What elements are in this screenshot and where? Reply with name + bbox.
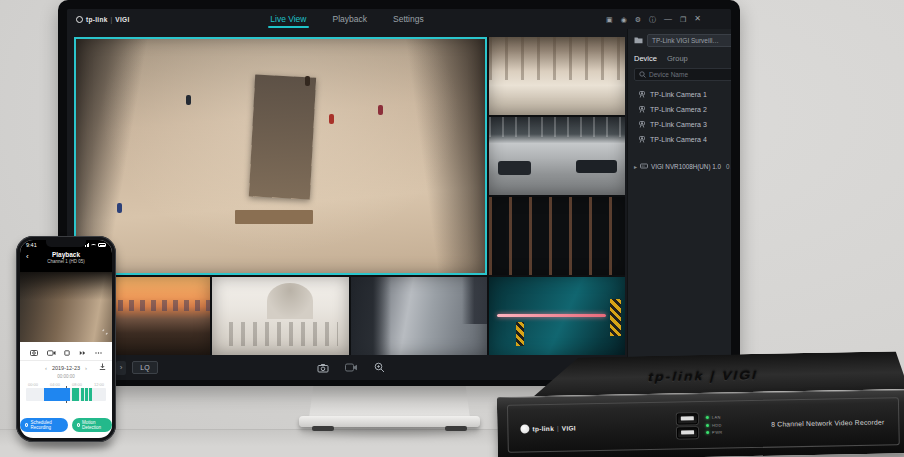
tplink-logo-icon <box>520 424 529 433</box>
playback-header: ‹ Playback Channel 1 (HD 05) <box>20 251 112 264</box>
led-dot <box>706 431 709 434</box>
search-input[interactable] <box>649 71 731 78</box>
feed-decor <box>462 277 487 324</box>
feed-decor <box>305 76 310 86</box>
battery-icon <box>98 243 106 247</box>
list-item-camera-2[interactable]: TP-Link Camera 2 <box>634 102 731 116</box>
expand-panel-button[interactable]: › <box>116 361 126 375</box>
nvr-brand-divider: | <box>557 424 559 431</box>
camera-tile-museum-hall[interactable] <box>489 37 625 115</box>
sidebar-tabs: Device Group ⟳ <box>634 54 731 63</box>
tab-device[interactable]: Device <box>634 54 657 63</box>
playback-title: Playback <box>20 251 112 258</box>
digital-zoom-icon[interactable] <box>374 362 385 373</box>
monitor: tp-link | VIGI Live View Playback Settin… <box>58 0 740 386</box>
status-leds: LAN HDD PWR <box>706 415 723 435</box>
list-item-camera-3[interactable]: TP-Link Camera 3 <box>634 117 731 131</box>
camera-name: TP-Link Camera 1 <box>650 91 707 98</box>
camera-name: TP-Link Camera 3 <box>650 121 707 128</box>
usb-ports <box>677 413 698 438</box>
device-dropdown[interactable]: TP-Link VIGI Surveill… ∨ <box>647 34 731 47</box>
feed-decor <box>235 210 313 224</box>
camera-tile-museum-gallery[interactable] <box>74 37 487 275</box>
feed-decor <box>329 114 334 124</box>
camera-name: TP-Link Camera 2 <box>650 106 707 113</box>
led-label: LAN <box>712 415 721 420</box>
speed-icon[interactable] <box>79 342 86 360</box>
led-power: PWR <box>706 430 723 435</box>
settings-icon[interactable]: ⚙ <box>635 16 641 23</box>
date-label[interactable]: 2019-12-23 <box>52 365 80 371</box>
monitor-stand-base <box>299 416 480 427</box>
led-hdd: HDD <box>706 422 723 427</box>
device-dropdown-value: TP-Link VIGI Surveill… <box>652 37 719 44</box>
tab-live-view[interactable]: Live View <box>268 10 308 28</box>
back-button[interactable]: ‹ <box>26 253 29 261</box>
led-dot <box>706 423 709 426</box>
folder-icon[interactable] <box>634 36 643 45</box>
legend-motion-detection: Motion Detection <box>72 418 112 432</box>
stop-icon[interactable] <box>64 342 70 360</box>
main-tabs: Live View Playback Settings <box>67 9 627 29</box>
quality-button[interactable]: LQ <box>132 361 158 374</box>
search-icon <box>639 71 646 79</box>
restore-button[interactable]: ❐ <box>680 16 686 23</box>
camera-tile-garage-entrance[interactable] <box>489 277 625 355</box>
date-navigator: ‹ 2019-12-23 › <box>20 361 112 374</box>
tab-settings[interactable]: Settings <box>391 10 426 28</box>
nvr-panel-frame: tp-link | VIGI LAN HDD PWR 8 Channel Ne <box>507 397 900 453</box>
snapshot-icon[interactable] <box>317 363 329 373</box>
scene: tp-link | VIGI Live View Playback Settin… <box>0 0 904 457</box>
recording-legend: Scheduled Recording Motion Detection <box>20 418 112 432</box>
info-icon[interactable]: ⓘ <box>649 16 656 23</box>
camera-tile-museum-atrium[interactable] <box>212 277 348 355</box>
feed-decor <box>489 197 625 275</box>
toolbar-center <box>317 362 385 373</box>
minimize-button[interactable]: — <box>664 15 672 23</box>
nvr-model-label: 8 Channel Network Video Recorder <box>771 418 884 427</box>
led-label: HDD <box>712 422 722 427</box>
tab-playback[interactable]: Playback <box>331 10 370 28</box>
list-item-camera-1[interactable]: TP-Link Camera 1 <box>634 87 731 101</box>
timeline-segment-motion <box>72 388 78 401</box>
feed-decor <box>576 160 617 173</box>
camera-icon <box>638 121 646 128</box>
window-controls: ▣ ◉ ⚙ ⓘ — ❐ ✕ <box>606 9 701 29</box>
playback-video[interactable] <box>20 272 112 342</box>
usb-port <box>677 427 698 438</box>
prev-day-button[interactable]: ‹ <box>45 365 47 371</box>
camera-tile-city-street[interactable] <box>351 277 487 355</box>
feed-decor <box>249 75 317 200</box>
usb-port <box>677 413 698 424</box>
next-day-button[interactable]: › <box>85 365 87 371</box>
snapshot-icon[interactable] <box>30 342 38 360</box>
app-content: › LQ <box>67 29 731 380</box>
timeline-segment-motion <box>89 388 92 401</box>
camera-tile-parking-garage[interactable] <box>489 197 625 275</box>
list-item-camera-4[interactable]: TP-Link Camera 4 <box>634 132 731 146</box>
fullscreen-icon[interactable] <box>102 321 108 339</box>
record-icon[interactable] <box>345 363 358 372</box>
download-icon[interactable] <box>99 363 106 372</box>
feed-decor <box>378 105 383 115</box>
alarm-icon[interactable]: ◉ <box>621 16 627 23</box>
close-button[interactable]: ✕ <box>694 15 701 23</box>
phone: 9:41 ‹ Playback Channel 1 (HD 05) <box>16 236 116 442</box>
feed-decor <box>186 95 191 105</box>
led-label: PWR <box>712 430 723 435</box>
record-icon[interactable] <box>47 342 56 360</box>
tab-group[interactable]: Group <box>667 54 688 63</box>
led-dot <box>706 416 709 419</box>
monitor-stand-neck <box>309 382 470 418</box>
more-icon[interactable] <box>95 342 102 360</box>
phone-notch <box>46 240 86 247</box>
nvr-io-cluster: LAN HDD PWR <box>677 412 723 438</box>
list-item-nvr[interactable]: ▸ VIGI NVR1008H(UN) 1.0 0 / 8 <box>634 159 731 173</box>
playback-timeline[interactable] <box>26 388 106 401</box>
nvr-front-panel: tp-link | VIGI LAN HDD PWR 8 Channel Ne <box>497 389 904 457</box>
legend-label: Scheduled Recording <box>30 420 62 430</box>
expand-arrow-icon[interactable]: ▸ <box>634 163 637 170</box>
camera-tile-warehouse-garage[interactable] <box>489 117 625 195</box>
layout-icon[interactable]: ▣ <box>606 16 613 23</box>
nvr-brand-product: VIGI <box>562 424 576 431</box>
